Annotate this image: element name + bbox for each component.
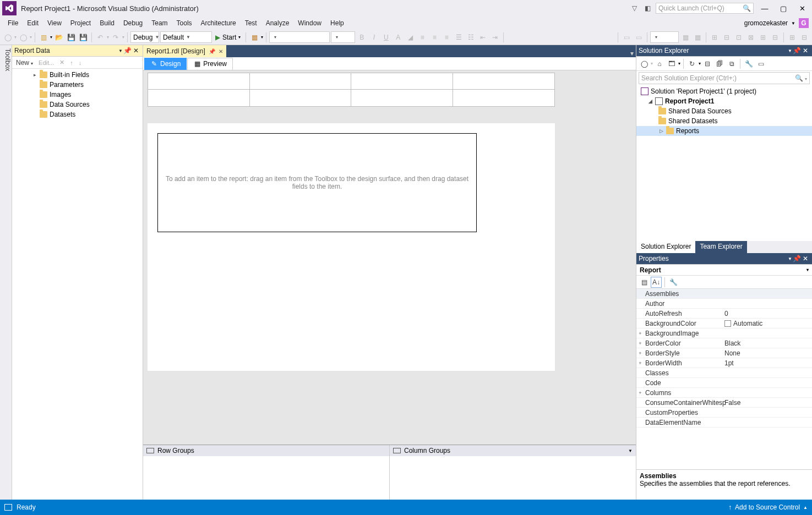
se-refresh-icon[interactable]: ↻ <box>686 58 697 69</box>
categorized-icon[interactable]: ▤ <box>639 277 650 288</box>
solution-config-dropdown[interactable]: Debug▼ <box>130 31 159 43</box>
properties-grid[interactable]: AssembliesAuthorAutoRefresh0BackgroundCo… <box>636 289 812 469</box>
project-node[interactable]: ◢ Report Project1 <box>636 96 812 106</box>
new-button[interactable]: New ▾ <box>14 58 35 67</box>
tree-item[interactable]: Data Sources <box>12 100 143 109</box>
panel-options-icon[interactable]: ▼ <box>118 48 123 53</box>
pin-icon[interactable]: 📌 <box>123 46 132 55</box>
se-sync-icon[interactable]: 🗔 <box>666 58 677 69</box>
close-icon[interactable]: ✕ <box>801 254 810 263</box>
property-row[interactable]: Code <box>636 378 812 388</box>
menu-project[interactable]: Project <box>66 18 95 29</box>
open-file-button[interactable]: 📂 <box>53 32 64 43</box>
close-icon[interactable]: ✕ <box>132 46 140 55</box>
tab-preview[interactable]: ▦ Preview <box>187 58 233 70</box>
new-project-button[interactable]: ▥ <box>38 32 49 43</box>
expander-icon[interactable]: ▸ <box>32 72 37 78</box>
se-copy-icon[interactable]: ⧉ <box>726 58 737 69</box>
panel-options-icon[interactable]: ▼ <box>788 256 792 261</box>
user-dropdown-icon[interactable]: ▼ <box>791 21 795 26</box>
maximize-button[interactable]: ▢ <box>776 3 791 14</box>
row-groups-panel[interactable]: Row Groups <box>143 445 390 500</box>
table-header-row[interactable] <box>148 73 555 90</box>
doc-tabs-dropdown-icon[interactable]: ▾ <box>630 50 636 57</box>
groups-dropdown-icon[interactable]: ▼ <box>628 448 633 453</box>
feedback-icon[interactable]: ◧ <box>642 3 652 13</box>
tab-design[interactable]: ✎ Design <box>144 58 187 70</box>
tree-item[interactable]: Datasets <box>12 109 143 119</box>
property-row[interactable]: Author <box>636 299 812 309</box>
close-button[interactable]: ✕ <box>794 3 810 14</box>
title-bar[interactable]: Report Project1 - Microsoft Visual Studi… <box>0 0 812 17</box>
solution-platform-dropdown[interactable]: Default▼ <box>160 31 212 43</box>
menu-team[interactable]: Team <box>147 18 172 29</box>
undo-button[interactable]: ↶ <box>95 32 106 43</box>
pin-icon[interactable]: 📌 <box>792 254 801 263</box>
user-avatar[interactable]: G <box>799 18 809 28</box>
property-row[interactable]: AutoRefresh0 <box>636 309 812 319</box>
solution-explorer-header[interactable]: Solution Explorer ▼ 📌 ✕ <box>636 45 812 57</box>
se-properties-icon[interactable]: 🔧 <box>743 58 754 69</box>
menu-analyze[interactable]: Analyze <box>261 18 294 29</box>
folder-node[interactable]: Shared Datasets <box>636 116 812 126</box>
nav-back-button[interactable]: ◯ <box>2 32 13 43</box>
menu-tools[interactable]: Tools <box>172 18 197 29</box>
menu-view[interactable]: View <box>43 18 66 29</box>
menu-edit[interactable]: Edit <box>23 18 43 29</box>
design-canvas[interactable]: To add an item to the report: drag an it… <box>143 70 636 445</box>
document-tab[interactable]: Report1.rdl [Design] 📌 ✕ <box>143 45 226 57</box>
add-source-control-button[interactable]: ↑ Add to Source Control ▲ <box>728 503 808 511</box>
property-row[interactable]: +BackgroundImage <box>636 328 812 338</box>
nav-forward-button[interactable]: ◯ <box>18 32 29 43</box>
property-row[interactable]: Assemblies <box>636 289 812 299</box>
start-debug-button[interactable]: ▶Start▾ <box>213 31 243 43</box>
se-collapse-icon[interactable]: ⊟ <box>702 58 713 69</box>
menu-file[interactable]: File <box>3 18 23 29</box>
table-header-row-2[interactable] <box>148 89 555 107</box>
menu-build[interactable]: Build <box>95 18 119 29</box>
report-data-header[interactable]: Report Data ▼ 📌 ✕ <box>12 45 143 57</box>
redo-button[interactable]: ↷ <box>110 32 121 43</box>
tab-pin-icon[interactable]: 📌 <box>209 48 215 54</box>
property-row[interactable]: +Columns <box>636 388 812 398</box>
se-home-icon[interactable]: ⌂ <box>654 58 665 69</box>
tab-solution-explorer[interactable]: Solution Explorer <box>636 241 695 253</box>
expander-icon[interactable]: ▷ <box>658 128 664 134</box>
folder-node-reports[interactable]: ▷ Reports <box>636 126 812 136</box>
property-row[interactable]: +BorderColorBlack <box>636 338 812 348</box>
menu-architecture[interactable]: Architecture <box>197 18 241 29</box>
properties-header[interactable]: Properties ▼ 📌 ✕ <box>636 253 812 265</box>
quick-launch-input[interactable]: Quick Launch (Ctrl+Q) 🔍 <box>656 3 754 14</box>
property-row[interactable]: DataElementName <box>636 418 812 428</box>
panel-options-icon[interactable]: ▼ <box>788 48 792 53</box>
properties-object-selector[interactable]: Report ▾ <box>636 265 812 276</box>
tab-team-explorer[interactable]: Team Explorer <box>695 241 746 253</box>
minimize-button[interactable]: — <box>757 3 772 14</box>
menu-window[interactable]: Window <box>293 18 326 29</box>
user-name[interactable]: gromozekaster <box>744 19 788 27</box>
save-all-button[interactable]: 💾 <box>78 32 89 43</box>
close-icon[interactable]: ✕ <box>801 46 810 55</box>
se-showall-icon[interactable]: 🗐 <box>714 58 725 69</box>
toolbox-strip[interactable]: Toolbox <box>0 45 12 500</box>
folder-node[interactable]: Shared Data Sources <box>636 106 812 116</box>
property-row[interactable]: CustomProperties <box>636 408 812 418</box>
solution-node[interactable]: Solution 'Report Project1' (1 project) <box>636 86 812 96</box>
property-pages-icon[interactable]: 🔧 <box>668 277 679 288</box>
property-row[interactable]: +BorderWidth1pt <box>636 358 812 368</box>
tree-item[interactable]: Parameters <box>12 80 143 90</box>
menu-help[interactable]: Help <box>326 18 348 29</box>
report-body[interactable]: To add an item to the report: drag an it… <box>157 133 477 232</box>
tool-button[interactable]: ▦ <box>249 32 260 43</box>
expander-icon[interactable]: ◢ <box>647 98 653 104</box>
notification-icon[interactable]: ▽ <box>629 3 639 13</box>
tree-item[interactable]: ▸Built-in Fields <box>12 70 143 80</box>
property-row[interactable]: +BorderStyleNone <box>636 348 812 358</box>
tab-close-icon[interactable]: ✕ <box>219 48 223 54</box>
property-row[interactable]: Classes <box>636 368 812 378</box>
property-row[interactable]: BackgroundColorAutomatic <box>636 319 812 328</box>
pin-icon[interactable]: 📌 <box>792 46 801 55</box>
solution-explorer-search[interactable]: Search Solution Explorer (Ctrl+;) 🔍 ▾ <box>639 72 810 84</box>
alphabetical-icon[interactable]: A↓ <box>651 277 662 288</box>
save-button[interactable]: 💾 <box>66 32 77 43</box>
